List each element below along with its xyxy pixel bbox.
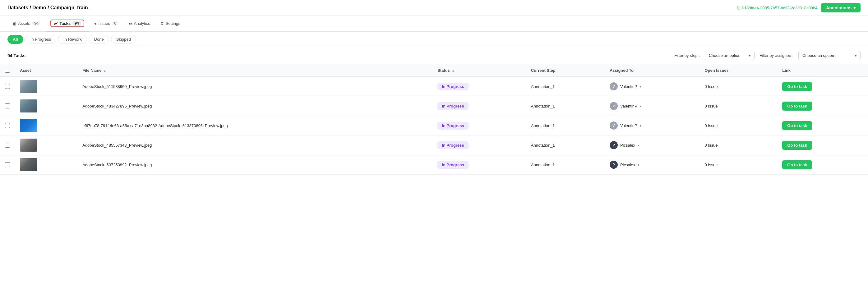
- row-checkbox[interactable]: [5, 143, 10, 148]
- row-checkbox[interactable]: [5, 103, 10, 108]
- table-row: AdobeStock_511588960_Preview.jpeg In Pro…: [0, 77, 868, 96]
- status-badge: In Progress: [437, 161, 468, 169]
- filter-inrework-button[interactable]: In Rework: [58, 35, 87, 44]
- col-link: Link: [777, 64, 868, 77]
- row-open-issues-cell: 0 Issue: [700, 77, 778, 96]
- row-link-cell: Go to task: [777, 155, 868, 175]
- open-issues-value: 0 Issue: [705, 143, 718, 148]
- row-asset-thumb-cell: [15, 116, 78, 135]
- row-checkbox[interactable]: [5, 162, 10, 167]
- filter-bar: All In Progress In Rework Done Skipped: [0, 32, 868, 47]
- row-assignee-cell: V ValentinP ▾: [605, 116, 700, 135]
- assignee-dropdown-icon[interactable]: ▾: [638, 144, 639, 147]
- row-filename: AdobeStock_483427896_Preview.jpeg: [82, 104, 152, 108]
- row-current-step-cell: Annotation_1: [526, 155, 605, 175]
- col-filename[interactable]: File Name ▴: [78, 64, 432, 77]
- avatar: V: [610, 102, 618, 110]
- row-open-issues-cell: 0 Issue: [700, 135, 778, 155]
- filter-step-select[interactable]: Choose an option: [705, 51, 754, 60]
- commit-id: ⎘ 018dfae4-3085-7a57-ac32-2c3d918c0984: [737, 6, 817, 10]
- filter-assignee-label: Filter by assignee :: [760, 53, 794, 58]
- assignee-dropdown-icon[interactable]: ▾: [640, 104, 641, 108]
- go-to-task-button[interactable]: Go to task: [782, 102, 812, 111]
- copy-icon[interactable]: ⎘: [737, 6, 740, 10]
- asset-thumbnail: [20, 119, 37, 132]
- row-filename-cell: ef67eb78-791f-4e63-a55c-ca71e3ba8932-Ado…: [78, 116, 432, 135]
- settings-icon: ⚙: [160, 21, 164, 26]
- table-header-row: Asset File Name ▴ Status ▴ Current Step …: [0, 64, 868, 77]
- top-bar: Datasets / Demo / Campaign_train ⎘ 018df…: [0, 0, 868, 16]
- table-row: AdobeStock_483427896_Preview.jpeg In Pro…: [0, 96, 868, 116]
- tab-issues-label: Issues: [98, 21, 111, 26]
- row-link-cell: Go to task: [777, 96, 868, 116]
- filter-controls: Filter by step : Choose an option Filter…: [674, 51, 861, 60]
- row-status-cell: In Progress: [432, 96, 526, 116]
- assignee-dropdown-icon[interactable]: ▾: [638, 163, 639, 166]
- row-open-issues-cell: 0 Issue: [700, 96, 778, 116]
- row-assignee-cell: P Picsalex ▾: [605, 155, 700, 175]
- row-status-cell: In Progress: [432, 77, 526, 96]
- row-link-cell: Go to task: [777, 116, 868, 135]
- assets-icon: ▣: [12, 21, 16, 26]
- col-assigned-to: Assigned To: [605, 64, 700, 77]
- assignee-name: Picsalex: [620, 143, 635, 148]
- tasks-table: Asset File Name ▴ Status ▴ Current Step …: [0, 64, 868, 175]
- filter-done-button[interactable]: Done: [89, 35, 109, 44]
- top-right: ⎘ 018dfae4-3085-7a57-ac32-2c3d918c0984 A…: [737, 3, 861, 12]
- status-sort-icon: ▴: [452, 69, 454, 72]
- row-filename: AdobeStock_511588960_Preview.jpeg: [82, 84, 152, 89]
- row-assignee-cell: V ValentinP ▾: [605, 77, 700, 96]
- assignee-dropdown-icon[interactable]: ▾: [640, 85, 641, 88]
- row-filename: AdobeStock_485557343_Preview.jpeg: [82, 143, 152, 148]
- filename-sort-icon: ▴: [104, 69, 106, 72]
- filter-assignee-select[interactable]: Choose an option: [798, 51, 861, 60]
- toolbar: 94 Tasks Filter by step : Choose an opti…: [0, 47, 868, 64]
- avatar: P: [610, 141, 618, 149]
- status-badge: In Progress: [437, 122, 468, 130]
- row-checkbox-cell: [0, 135, 15, 155]
- tab-tasks-label: Tasks: [59, 21, 70, 26]
- analytics-icon: ☷: [128, 21, 132, 26]
- status-badge: In Progress: [437, 141, 468, 149]
- tab-analytics[interactable]: ☷ Analytics: [123, 18, 155, 30]
- tab-assets[interactable]: ▣ Assets 94: [7, 17, 45, 30]
- asset-thumbnail: [20, 99, 37, 113]
- row-checkbox[interactable]: [5, 84, 10, 89]
- row-open-issues-cell: 0 Issue: [700, 116, 778, 135]
- table-row: AdobeStock_537253892_Preview.jpeg In Pro…: [0, 155, 868, 175]
- row-filename: ef67eb78-791f-4e63-a55c-ca71e3ba8932-Ado…: [82, 123, 228, 128]
- row-current-step-cell: Annotation_1: [526, 96, 605, 116]
- assignee-dropdown-icon[interactable]: ▾: [640, 124, 641, 127]
- col-current-step: Current Step: [526, 64, 605, 77]
- assignee-name: Picsalex: [620, 162, 635, 167]
- row-link-cell: Go to task: [777, 77, 868, 96]
- row-filename: AdobeStock_537253892_Preview.jpeg: [82, 162, 152, 167]
- filter-skipped-button[interactable]: Skipped: [111, 35, 136, 44]
- go-to-task-button[interactable]: Go to task: [782, 82, 812, 91]
- row-current-step-cell: Annotation_1: [526, 116, 605, 135]
- tab-settings[interactable]: ⚙ Settings: [155, 18, 185, 30]
- breadcrumb: Datasets / Demo / Campaign_train: [7, 5, 88, 10]
- tab-tasks[interactable]: ☍ Tasks 94: [45, 16, 89, 31]
- asset-thumbnail: [20, 80, 37, 93]
- filter-all-button[interactable]: All: [7, 35, 23, 44]
- go-to-task-button[interactable]: Go to task: [782, 160, 812, 169]
- tasks-table-wrap: Asset File Name ▴ Status ▴ Current Step …: [0, 64, 868, 175]
- go-to-task-button[interactable]: Go to task: [782, 121, 812, 130]
- tab-issues[interactable]: ● Issues 0: [89, 17, 123, 30]
- select-all-checkbox[interactable]: [5, 68, 10, 73]
- row-status-cell: In Progress: [432, 155, 526, 175]
- col-status[interactable]: Status ▴: [432, 64, 526, 77]
- go-to-task-button[interactable]: Go to task: [782, 141, 812, 150]
- annotations-button[interactable]: Annotations ▾: [821, 3, 861, 12]
- issues-badge: 0: [112, 21, 119, 26]
- filter-inprogress-button[interactable]: In Progress: [25, 35, 56, 44]
- row-filename-cell: AdobeStock_511588960_Preview.jpeg: [78, 77, 432, 96]
- row-checkbox[interactable]: [5, 123, 10, 128]
- tab-analytics-label: Analytics: [134, 21, 150, 26]
- row-checkbox-cell: [0, 116, 15, 135]
- filter-step-label: Filter by step :: [674, 53, 700, 58]
- task-count: 94 Tasks: [7, 53, 26, 58]
- assets-badge: 94: [32, 21, 40, 26]
- row-filename-cell: AdobeStock_537253892_Preview.jpeg: [78, 155, 432, 175]
